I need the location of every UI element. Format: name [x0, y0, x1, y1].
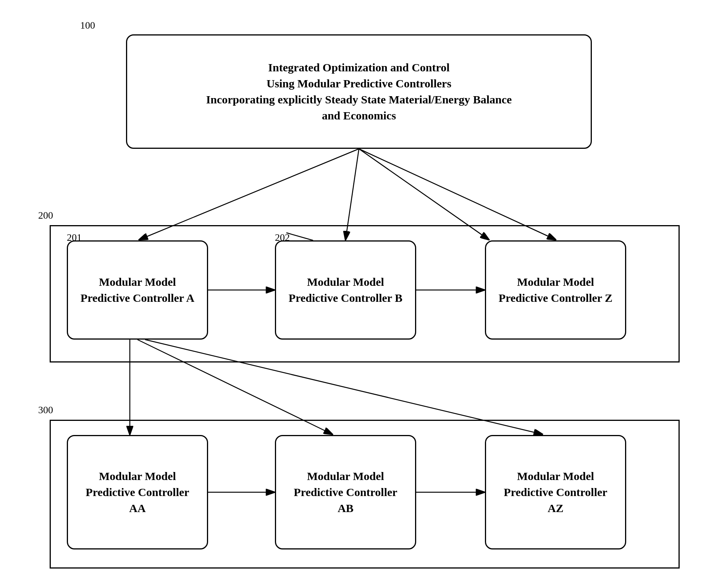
ctrl-z-line2: Predictive Controller Z: [499, 290, 612, 306]
label-200: 200: [38, 210, 53, 221]
top-box: Integrated Optimization and Control Usin…: [126, 34, 592, 149]
ctrl-az-line2: Predictive Controller: [504, 484, 607, 500]
ctrl-b-line1: Modular Model: [289, 274, 402, 290]
ctrl-b-box: Modular Model Predictive Controller B: [275, 240, 416, 340]
ctrl-az-line3: AZ: [504, 500, 607, 516]
ctrl-a-line2: Predictive Controller A: [81, 290, 194, 306]
ctrl-az-line1: Modular Model: [504, 468, 607, 484]
ctrl-b-line2: Predictive Controller B: [289, 290, 402, 306]
ctrl-ab-line1: Modular Model: [294, 468, 397, 484]
ctrl-aa-line3: AA: [86, 500, 189, 516]
label-300: 300: [38, 404, 53, 416]
ctrl-aa-box: Modular Model Predictive Controller AA: [67, 435, 208, 549]
diagram: 100 Integrated Optimization and Control …: [0, 0, 727, 588]
ctrl-aa-line1: Modular Model: [86, 468, 189, 484]
ctrl-z-line1: Modular Model: [499, 274, 612, 290]
ctrl-az-box: Modular Model Predictive Controller AZ: [485, 435, 626, 549]
label-100: 100: [80, 20, 95, 31]
top-box-line2: Using Modular Predictive Controllers: [206, 76, 512, 92]
top-box-line1: Integrated Optimization and Control: [206, 60, 512, 76]
ctrl-ab-line2: Predictive Controller: [294, 484, 397, 500]
top-box-line4: and Economics: [206, 108, 512, 124]
ctrl-ab-line3: AB: [294, 500, 397, 516]
ctrl-a-line1: Modular Model: [81, 274, 194, 290]
top-box-line3: Incorporating explicitly Steady State Ma…: [206, 92, 512, 108]
ctrl-a-box: Modular Model Predictive Controller A: [67, 240, 208, 340]
ctrl-z-box: Modular Model Predictive Controller Z: [485, 240, 626, 340]
ctrl-aa-line2: Predictive Controller: [86, 484, 189, 500]
ctrl-ab-box: Modular Model Predictive Controller AB: [275, 435, 416, 549]
